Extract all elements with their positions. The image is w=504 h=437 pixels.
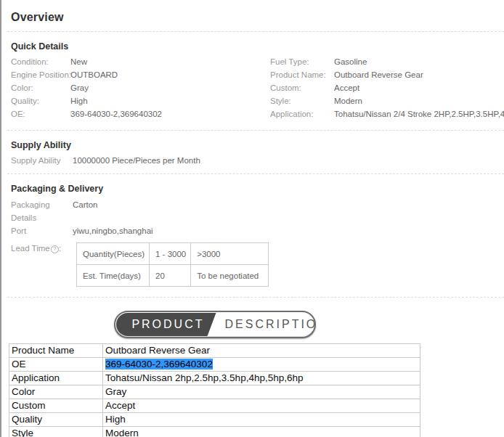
detail-value: 10000000 Piece/Pieces per Month (73, 154, 200, 167)
table-row: Quality High (9, 413, 420, 427)
section-divider (7, 130, 504, 131)
spec-value-cell: Outboard Reverse Gear (103, 344, 420, 358)
detail-value: Accept (334, 81, 504, 94)
detail-label: Supply Ability (11, 154, 73, 167)
lead-time-label: Lead Time?: (11, 242, 76, 287)
supply-ability-heading: Supply Ability (11, 139, 504, 151)
lead-time-cell: Quantity(Pieces) (77, 243, 150, 265)
detail-label: Port (11, 224, 73, 237)
detail-label: Packaging Details (11, 198, 73, 224)
detail-value: Outboard Reverse Gear (334, 68, 504, 81)
spec-label-cell: Application (9, 372, 103, 385)
packaging-delivery-heading: Packaging & Delivery (11, 183, 504, 195)
detail-label: Fuel Type: (270, 55, 334, 68)
detail-label: Engine Position: (11, 68, 70, 81)
table-row: Application Tohatsu/Nissan 2hp,2.5hp,3.5… (9, 372, 420, 385)
lead-time-cell: To be negotiated (191, 265, 269, 287)
lead-time-label-text: Lead Time (11, 244, 50, 253)
detail-value: OUTBOARD (70, 68, 270, 81)
badge-description-label: DESCRIPTION (225, 318, 316, 331)
spec-value-cell: 369-64030-2,369640302 (103, 358, 420, 372)
lead-time-cell: >3000 (191, 243, 269, 265)
spec-value-cell: High (103, 413, 420, 427)
detail-label: Condition: (11, 55, 70, 68)
spec-label-cell: Quality (9, 413, 103, 427)
detail-value: Gasoline (334, 55, 504, 68)
table-row: Custom Accept (9, 399, 420, 413)
product-description-badge: PRODUCT DESCRIPTION (114, 311, 316, 338)
supply-ability-section: Supply Ability Supply Ability 10000000 P… (7, 139, 504, 167)
detail-label: Style: (270, 94, 334, 107)
detail-value: High (70, 94, 270, 107)
page-title: Overview (11, 10, 504, 25)
lead-time-colon: : (59, 244, 61, 253)
quick-details-section: Quick Details Condition: New Fuel Type: … (7, 41, 504, 121)
table-row: Style Modern (9, 427, 420, 437)
product-spec-table: Product Name Outboard Reverse Gear OE 36… (9, 343, 420, 437)
spec-value-cell: Tohatsu/Nissan 2hp,2.5hp,3.5hp,4hp,5hp,6… (103, 372, 420, 385)
detail-value: Tohatsu/Nissan 2/4 Stroke 2HP,2.5HP,3.5H… (334, 107, 504, 121)
detail-value: Modern (334, 94, 504, 107)
spec-value-cell: Modern (103, 427, 420, 437)
badge-description-segment: DESCRIPTION (216, 312, 316, 337)
badge-container: PRODUCT DESCRIPTION (9, 311, 420, 338)
detail-value: New (70, 55, 270, 68)
detail-label: Custom: (270, 81, 334, 94)
spec-label-cell: Product Name (9, 344, 103, 358)
port-row: Port yiwu,ningbo,shanghai (11, 224, 504, 237)
section-divider (7, 297, 504, 298)
detail-value: Carton (73, 198, 98, 224)
spec-value-cell: Accept (103, 399, 420, 413)
selected-text: 369-64030-2,369640302 (105, 359, 213, 369)
table-row: Color Gray (9, 385, 420, 399)
detail-label: Application: (270, 107, 334, 121)
detail-label: OE: (11, 107, 70, 121)
help-icon[interactable]: ? (51, 245, 59, 253)
packaging-rows: Packaging Details Carton Port yiwu,ningb… (7, 198, 504, 237)
badge-product-label: PRODUCT (131, 318, 204, 331)
table-row: Est. Time(days) 20 To be negotiated (77, 265, 269, 287)
spec-label-cell: OE (9, 358, 103, 372)
detail-value: yiwu,ningbo,shanghai (73, 224, 153, 237)
section-divider (7, 173, 504, 174)
spec-value-cell: Gray (103, 385, 420, 399)
table-row: Product Name Outboard Reverse Gear (9, 344, 420, 358)
supply-ability-row: Supply Ability 10000000 Piece/Pieces per… (11, 154, 504, 167)
detail-label: Quality: (11, 94, 70, 107)
packaging-delivery-section: Packaging & Delivery Packaging Details C… (7, 183, 504, 287)
quick-details-grid: Condition: New Fuel Type: Gasoline Engin… (11, 55, 504, 121)
spec-label-cell: Color (9, 385, 103, 399)
lead-time-table: Quantity(Pieces) 1 - 3000 >3000 Est. Tim… (76, 242, 269, 287)
badge-product-segment: PRODUCT (116, 313, 216, 336)
quick-details-heading: Quick Details (11, 41, 504, 52)
spec-label-cell: Style (9, 427, 103, 437)
lead-time-cell: 20 (150, 265, 191, 287)
lead-time-cell: 1 - 3000 (150, 243, 191, 265)
detail-label: Color: (11, 81, 70, 94)
detail-value: Gray (70, 81, 270, 94)
detail-value: 369-64030-2,369640302 (70, 107, 270, 121)
lead-time-row: Lead Time?: Quantity(Pieces) 1 - 3000 >3… (11, 242, 504, 287)
section-divider (7, 31, 504, 32)
table-row: OE 369-64030-2,369640302 (9, 358, 420, 372)
table-row: Quantity(Pieces) 1 - 3000 >3000 (77, 243, 269, 265)
spec-label-cell: Custom (9, 399, 103, 413)
packaging-details-row: Packaging Details Carton (11, 198, 504, 224)
detail-label: Product Name: (270, 68, 334, 81)
lead-time-cell: Est. Time(days) (77, 265, 150, 287)
product-overview-page: Overview Quick Details Condition: New Fu… (0, 0, 504, 437)
